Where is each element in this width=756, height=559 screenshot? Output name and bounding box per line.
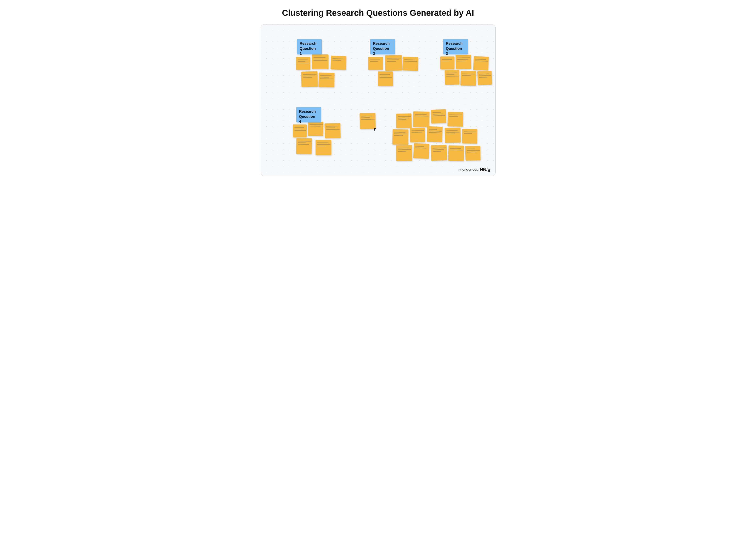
note — [330, 55, 346, 70]
note — [462, 129, 477, 143]
note — [447, 112, 463, 127]
note — [368, 57, 383, 70]
rq4-label: ResearchQuestion 4 — [296, 107, 321, 122]
note — [296, 138, 312, 154]
note — [445, 128, 460, 143]
note — [293, 125, 307, 137]
note — [385, 55, 402, 71]
note — [455, 54, 471, 69]
rq1-label: ResearchQuestion 1 — [297, 39, 322, 54]
note — [301, 71, 318, 87]
note — [413, 143, 429, 159]
note — [427, 126, 442, 142]
note — [431, 145, 447, 161]
nngroup-site: NNGROUP.COM — [458, 168, 479, 171]
note — [360, 113, 375, 129]
nngroup-logo: NNGROUP.COM NN/g — [458, 167, 491, 172]
note — [473, 56, 489, 71]
rq2-label: ResearchQuestion 2 — [370, 39, 395, 54]
note — [316, 140, 331, 155]
note — [410, 128, 425, 142]
rq3-label: ResearchQuestion 3 — [443, 39, 468, 54]
note — [445, 70, 459, 85]
page-title: Clustering Research Questions Generated … — [282, 8, 474, 18]
canvas: ResearchQuestion 1 ResearchQuestion 2 Re… — [261, 24, 496, 176]
note — [396, 113, 411, 128]
nngroup-brand: NN/g — [480, 167, 490, 172]
note — [477, 71, 492, 85]
note — [324, 123, 341, 138]
note — [308, 121, 323, 136]
note — [318, 72, 334, 87]
note — [312, 54, 328, 69]
note — [440, 57, 454, 69]
note — [431, 109, 446, 124]
note — [413, 111, 429, 127]
note — [448, 145, 464, 161]
note — [460, 71, 476, 86]
note — [392, 129, 408, 145]
note — [378, 71, 393, 86]
note — [402, 57, 418, 71]
note — [396, 145, 412, 161]
note — [465, 146, 480, 160]
note — [296, 57, 310, 70]
